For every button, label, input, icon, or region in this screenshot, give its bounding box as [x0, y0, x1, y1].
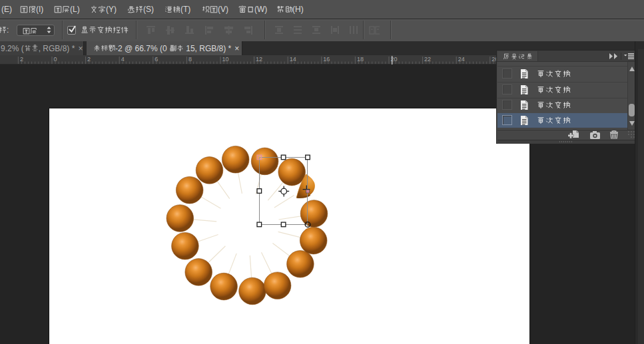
svg-text:12: 12: [256, 56, 262, 63]
svg-text:22: 22: [424, 56, 431, 63]
svg-text:14: 14: [290, 56, 296, 63]
svg-text:24: 24: [458, 56, 465, 63]
svg-text:10: 10: [222, 56, 229, 63]
svg-text:18: 18: [357, 56, 364, 63]
svg-text:16: 16: [323, 56, 330, 63]
